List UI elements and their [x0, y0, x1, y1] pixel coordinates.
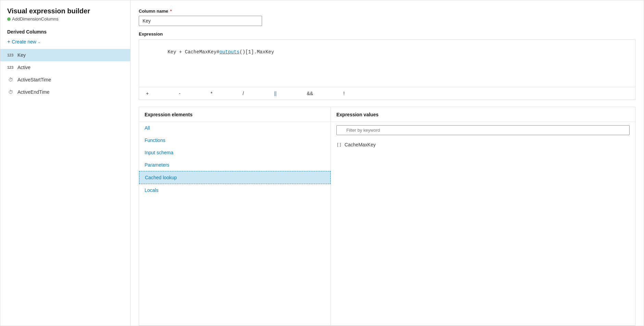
expression-elements-panel: Expression elements AllFunctionsInput sc… [139, 107, 331, 325]
activity-name: AddDimensionColumns [12, 16, 59, 22]
operator-_-button[interactable]: - [177, 90, 182, 97]
expression-elements-title: Expression elements [139, 107, 331, 122]
expression-editor[interactable]: Key + CacheMaxKey#outputs()[1].MaxKey [139, 39, 635, 87]
element-item-parameters[interactable]: Parameters [139, 159, 331, 171]
operator-__-button[interactable]: || [273, 90, 278, 97]
element-items-list: AllFunctionsInput schemaParametersCached… [139, 122, 331, 196]
expression-values-title: Expression values [331, 107, 635, 122]
operator-_-button[interactable]: + [145, 90, 150, 97]
number-icon: 123 [7, 53, 14, 57]
value-item-label: CacheMaxKey [345, 142, 376, 147]
operator-_-button[interactable]: ! [342, 90, 346, 97]
app-title: Visual expression builder [7, 7, 123, 15]
value-item-cachemaxkey[interactable]: []CacheMaxKey [331, 139, 635, 151]
create-new-button[interactable]: + Create new ⌄ [0, 37, 130, 49]
filter-input[interactable] [336, 125, 630, 135]
sidebar: Visual expression builder AddDimensionCo… [0, 0, 131, 326]
sidebar-item-activeStartTime[interactable]: ⏱ActiveStartTime [0, 74, 130, 86]
clock-icon: ⏱ [7, 77, 14, 82]
required-indicator: * [169, 9, 172, 14]
main-content: Column name * Expression Key + CacheMaxK… [131, 0, 644, 326]
expression-section: Expression Key + CacheMaxKey#outputs()[1… [139, 31, 635, 100]
expression-link[interactable]: outputs [219, 49, 239, 55]
sidebar-item-activeEndTime[interactable]: ⏱ActiveEndTime [0, 86, 130, 98]
column-name-section: Column name * [139, 9, 635, 26]
status-dot-icon [7, 17, 11, 21]
app-title-section: Visual expression builder AddDimensionCo… [0, 7, 130, 22]
sidebar-item-key[interactable]: 123Key [0, 49, 130, 61]
derived-columns-heading: Derived Columns [0, 24, 130, 37]
number-icon: 123 [7, 65, 14, 69]
sidebar-item-label: ActiveEndTime [17, 89, 50, 95]
plus-icon: + [7, 39, 10, 45]
create-new-label: Create new [12, 39, 36, 44]
expression-prefix: Key + CacheMaxKey# [168, 49, 219, 55]
app-subtitle: AddDimensionColumns [7, 16, 123, 22]
sidebar-item-label: ActiveStartTime [17, 77, 51, 82]
element-item-cached-lookup[interactable]: Cached lookup [139, 171, 331, 184]
sidebar-items-list: 123Key123Active⏱ActiveStartTime⏱ActiveEn… [0, 49, 130, 98]
sidebar-item-label: Key [17, 52, 26, 58]
element-item-functions[interactable]: Functions [139, 134, 331, 146]
filter-wrapper: 🔍 [331, 122, 635, 139]
sidebar-item-active[interactable]: 123Active [0, 61, 130, 74]
chevron-down-icon: ⌄ [38, 40, 40, 44]
operator-__-button[interactable]: && [305, 90, 314, 97]
element-item-locals[interactable]: Locals [139, 184, 331, 196]
clock-icon: ⏱ [7, 89, 14, 95]
bottom-panels: Expression elements AllFunctionsInput sc… [139, 107, 635, 326]
expression-label: Expression [139, 31, 635, 37]
operator-bar: +-*/||&&! [139, 87, 635, 100]
element-item-all[interactable]: All [139, 122, 331, 134]
value-type-icon: [] [336, 142, 342, 147]
operator-_-button[interactable]: / [241, 90, 245, 97]
column-name-label: Column name * [139, 9, 635, 14]
element-item-input-schema[interactable]: Input schema [139, 146, 331, 159]
column-name-input[interactable] [139, 16, 262, 26]
expression-suffix: ()[1].MaxKey [239, 49, 274, 55]
sidebar-item-label: Active [17, 65, 30, 70]
expression-values-panel: Expression values 🔍 []CacheMaxKey [331, 107, 635, 325]
operator-_-button[interactable]: * [209, 90, 214, 97]
value-items-list: []CacheMaxKey [331, 139, 635, 151]
